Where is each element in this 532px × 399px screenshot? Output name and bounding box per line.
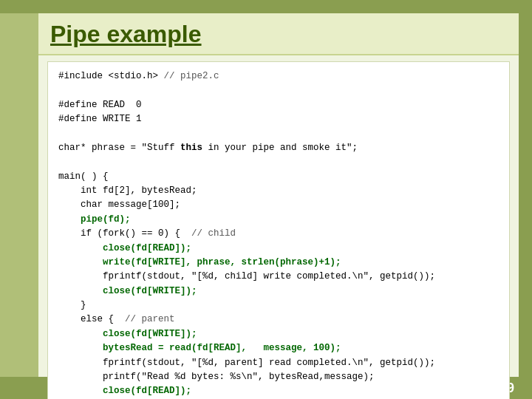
code-line: close(fd[WRITE]); (58, 327, 499, 341)
code-line: close(fd[WRITE]); (58, 284, 499, 299)
code-line (58, 83, 499, 98)
code-line: #include <stdio.h> // pipe2.c (58, 69, 499, 83)
code-line: fprintf(stdout, "[%d, child] write compl… (58, 270, 499, 284)
code-line: #define WRITE 1 (58, 112, 499, 126)
code-line (58, 155, 499, 169)
slide-title: Pipe example (50, 21, 202, 47)
code-line: } (58, 299, 499, 313)
code-line (58, 127, 499, 141)
code-line: main( ) { (58, 170, 499, 184)
code-line: pipe(fd); (58, 213, 499, 227)
left-bar (0, 13, 38, 377)
code-line: else { // parent (58, 313, 499, 327)
code-line: close(fd[READ]); (58, 384, 499, 398)
title-area: Pipe example (38, 13, 519, 55)
slide-container: 9 Pipe example #include <stdio.h> // pip… (0, 0, 532, 399)
top-bar (0, 0, 532, 13)
code-line: write(fd[WRITE], phrase, strlen(phrase)+… (58, 256, 499, 270)
code-line: bytesRead = read(fd[READ], message, 100)… (58, 341, 499, 355)
code-line: char message[100]; (58, 198, 499, 212)
main-content: Pipe example #include <stdio.h> // pipe2… (38, 13, 519, 377)
code-line: close(fd[READ]); (58, 242, 499, 256)
code-line: printf("Read %d bytes: %s\n", bytesRead,… (58, 370, 499, 384)
code-line: int fd[2], bytesRead; (58, 184, 499, 198)
right-bar (519, 13, 532, 377)
code-area: #include <stdio.h> // pipe2.c #define RE… (47, 61, 510, 399)
code-line: fprintf(stdout, "[%d, parent] read compl… (58, 356, 499, 370)
code-line: char* phrase = "Stuff this in your pipe … (58, 141, 499, 155)
code-line: #define READ 0 (58, 98, 499, 112)
code-line: if (fork() == 0) { // child (58, 227, 499, 241)
